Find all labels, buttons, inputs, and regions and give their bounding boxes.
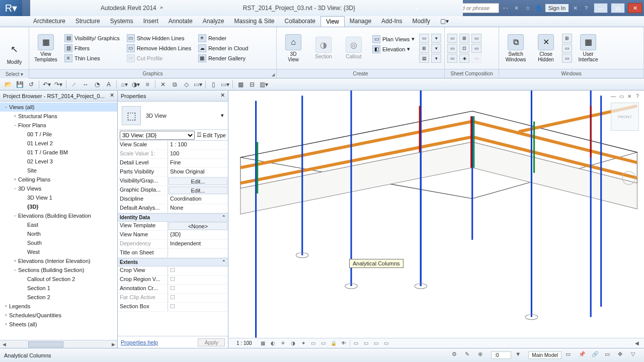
view-reference-icon[interactable]: ◈ (459, 54, 469, 63)
tree-item[interactable]: 01 Level 2 (0, 139, 117, 148)
grid-icon[interactable]: ▦ (235, 80, 246, 89)
text-icon[interactable]: A (104, 80, 114, 89)
maximize-button[interactable]: ▭ (611, 3, 625, 13)
tab-annotate[interactable]: Annotate (164, 16, 198, 27)
browser-close-icon[interactable]: ✕ (108, 92, 115, 99)
sun-path-icon[interactable]: ☀ (279, 340, 287, 347)
tree-item[interactable]: Section 1 (0, 284, 117, 293)
view-cube[interactable]: FRONT (611, 103, 639, 131)
chevron-down-icon[interactable]: ▾ (221, 112, 224, 119)
app-menu-icon[interactable]: R▾ (0, 0, 22, 16)
shadows-icon[interactable]: ◑ (289, 340, 297, 347)
ref-plane-icon[interactable]: ▥▾ (259, 80, 269, 89)
drafting-view-icon[interactable]: ▭ (419, 34, 429, 43)
sheet-issues-icon[interactable]: ▭ (471, 44, 481, 53)
tree-item[interactable]: 02 Level 3 (0, 157, 117, 166)
visual-style-icon[interactable]: ◐ (269, 340, 277, 347)
scope-box-icon[interactable]: ▾ (431, 44, 441, 53)
signin-button[interactable]: Sign In (545, 4, 569, 12)
reveal-hidden-icon[interactable]: ▭ (352, 340, 360, 347)
replicate-icon[interactable]: ⊞ (562, 34, 572, 43)
properties-close-icon[interactable]: ✕ (219, 92, 226, 99)
sheet-icon[interactable]: ▭ (447, 34, 457, 43)
help-icon[interactable]: ? (582, 4, 591, 13)
revisions-icon[interactable]: ▭ (447, 54, 457, 63)
tree-item[interactable]: +Schedules/Quantities (0, 311, 117, 320)
tree-item[interactable]: Site (0, 166, 117, 175)
tree-item[interactable]: {3D} (0, 202, 117, 211)
select-pinned-icon[interactable]: 📌 (579, 351, 588, 360)
tab-massing[interactable]: Massing & Site (229, 16, 280, 27)
scroll-thumb[interactable] (28, 341, 63, 347)
user-interface-button[interactable]: ▦User Interface (574, 28, 603, 68)
placeholder-icon[interactable]: ▭ (471, 54, 481, 63)
switch-window-icon[interactable]: ⧉ (170, 80, 180, 89)
section-button[interactable]: ◑Section (309, 28, 338, 68)
show-hidden-lines-button[interactable]: ▭Show Hidden Lines (125, 34, 193, 43)
callout-button[interactable]: ◎Callout (339, 28, 368, 68)
view-templates-button[interactable]: ▦ View Templates (31, 28, 60, 68)
minimize-button[interactable]: — (594, 3, 608, 13)
scroll-right-icon[interactable]: ▶ (109, 342, 117, 347)
lock-3d-icon[interactable]: 🔒 (330, 340, 338, 347)
select-face-icon[interactable]: ▽ (631, 351, 640, 360)
tree-item[interactable]: +Legends (0, 302, 117, 311)
view-min-icon[interactable]: — (610, 94, 617, 101)
select-links-icon[interactable]: 🔗 (592, 351, 601, 360)
property-row[interactable]: View Name{3D} (118, 231, 228, 240)
drag-elements-icon[interactable]: ✥ (618, 351, 627, 360)
scroll-left-icon[interactable]: ◀ (0, 342, 8, 347)
tree-item[interactable]: 01 T / Grade BM (0, 148, 117, 157)
user-icon[interactable]: 👤 (534, 4, 543, 13)
view-scale[interactable]: 1 : 100 (231, 340, 257, 346)
tree-item[interactable]: −Elevations (Building Elevation (0, 211, 117, 220)
exchange-icon[interactable]: ✕ (571, 4, 580, 13)
collapse-icon[interactable]: ⌃ (222, 259, 226, 264)
key-icon[interactable]: ☆ (523, 4, 532, 13)
tab-systems[interactable]: Systems (105, 16, 138, 27)
tree-item[interactable]: −Views (all) (0, 103, 117, 112)
render-gallery-button[interactable]: ▦Render Gallery (196, 54, 251, 63)
property-row[interactable]: Visibility/Grap...Edit... (118, 177, 228, 186)
elevation-button[interactable]: ◧Elevation ▾ (370, 45, 417, 54)
thin-lines-button[interactable]: ≡Thin Lines (62, 54, 122, 63)
tree-item[interactable]: +Structural Plans (0, 112, 117, 121)
press-drag-icon[interactable]: ⊕ (478, 351, 487, 360)
comm-icon[interactable]: ✕ (512, 4, 521, 13)
tab-modify[interactable]: Modify (407, 16, 435, 27)
filter-icon[interactable]: ▼ (515, 351, 524, 360)
property-row[interactable]: Far Clip Active (118, 294, 228, 303)
duplicate-view-icon[interactable]: ▾ (431, 34, 441, 43)
scrollbar-left-icon[interactable]: ◀ (633, 340, 641, 347)
tree-item[interactable]: 00 T / Pile (0, 130, 117, 139)
close-hidden-button[interactable]: ✕Close Hidden (531, 28, 560, 68)
property-row[interactable]: Detail LevelFine (118, 159, 228, 168)
property-row[interactable]: Default Analys...None (118, 204, 228, 213)
tree-item[interactable]: 3D View 1 (0, 193, 117, 202)
view-max-icon[interactable]: ▭ (618, 94, 625, 101)
property-row[interactable]: Section Box (118, 303, 228, 312)
beam-icon[interactable]: ▭▾ (193, 80, 203, 89)
visibility-graphics-button[interactable]: ▤Visibility/ Graphics (62, 34, 122, 43)
tag-icon[interactable]: ◔ (92, 80, 102, 89)
property-row[interactable]: Graphic Displa...Edit... (118, 186, 228, 195)
plan-views-button[interactable]: ▭Plan Views ▾ (370, 35, 417, 44)
tree-item[interactable]: East (0, 220, 117, 229)
property-row[interactable]: DisciplineCoordination (118, 195, 228, 204)
tree-item[interactable]: −Sections (Building Section) (0, 265, 117, 275)
ribbon-customize-icon[interactable]: ▢▾ (435, 16, 454, 27)
browser-scrollbar[interactable]: ◀ ▶ (0, 340, 117, 348)
category-extents[interactable]: Extents⌃ (118, 258, 228, 266)
wall-join-icon[interactable]: ◇ (181, 80, 191, 89)
tab-collaborate[interactable]: Collaborate (280, 16, 320, 27)
constraints-icon[interactable]: ▭ (382, 340, 390, 347)
close-button[interactable]: ✕ (628, 3, 642, 13)
crop-view-icon[interactable]: ▭ (309, 340, 317, 347)
panel-title-select[interactable]: Select ▾ (0, 69, 29, 78)
detail-level-icon[interactable]: ▦ (259, 340, 267, 347)
redo-icon[interactable]: ↷▾ (53, 80, 63, 89)
property-row[interactable]: View Template<None> (118, 222, 228, 231)
tree-item[interactable]: +Sheets (all) (0, 320, 117, 329)
legends-icon[interactable]: ⊞ (419, 44, 429, 53)
property-row[interactable]: Scale Value 1:100 (118, 150, 228, 159)
